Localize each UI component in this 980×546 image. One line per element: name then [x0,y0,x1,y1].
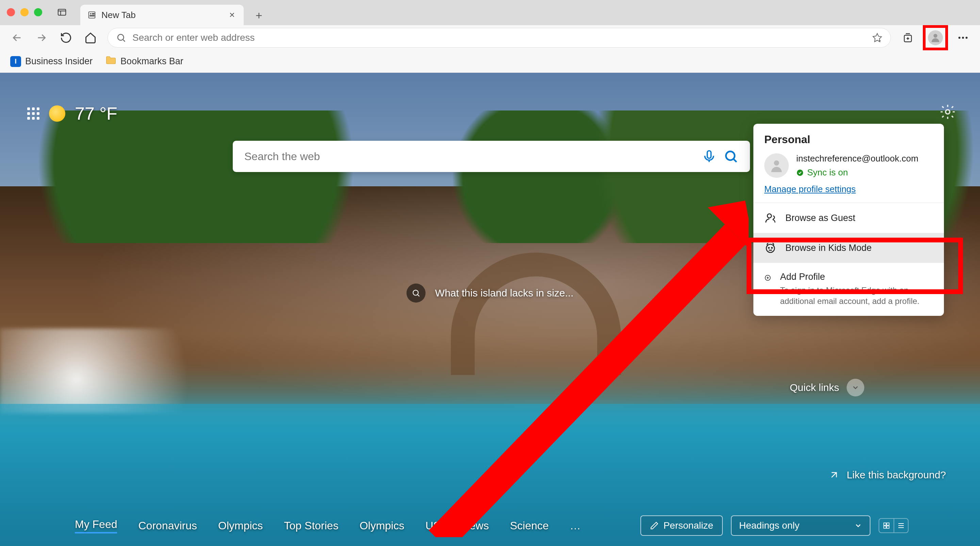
browser-tab[interactable]: New Tab × [80,5,243,25]
feed-tab-more[interactable]: … [570,519,581,532]
svg-point-24 [772,248,772,248]
feed-tab-news[interactable]: News [462,519,489,532]
svg-rect-16 [887,523,889,525]
tab-title: New Tab [102,10,223,21]
chevron-down-icon [846,379,864,397]
kids-icon [764,242,776,254]
svg-rect-1 [89,12,95,18]
svg-rect-3 [92,13,94,14]
window-minimize-button[interactable] [21,8,29,16]
feed-tab-olympics2[interactable]: Olympics [360,519,404,532]
reload-button[interactable] [59,30,73,45]
svg-point-14 [413,290,418,295]
popover-profile-row: instechreference@outlook.com Sync is on [753,150,944,178]
like-background-text: Like this background? [846,469,946,481]
browse-as-guest-item[interactable]: Browse as Guest [753,203,944,233]
web-search-input[interactable] [244,150,695,163]
like-background-prompt[interactable]: Like this background? [828,469,946,481]
svg-point-11 [946,110,950,114]
layout-view-toggle[interactable] [878,518,908,533]
menu-item-label: Add Profile [780,271,933,282]
forward-button[interactable] [34,30,49,45]
svg-point-7 [933,34,937,38]
lens-icon [407,284,426,303]
svg-point-5 [118,34,124,40]
feed-tabs: My Feed Coronavirus Olympics Top Stories… [0,505,980,546]
menu-item-label: Browse as Guest [785,213,856,223]
svg-point-9 [962,37,964,39]
url-input[interactable] [132,32,866,43]
image-caption[interactable]: What this island lacks in size... [407,284,574,303]
feed-tab-science[interactable]: Science [510,519,549,532]
bookmark-label: Business Insider [25,56,92,67]
avatar-icon [764,153,789,178]
pencil-icon [650,521,659,530]
profile-button[interactable] [928,30,943,45]
feed-tab-myfeed[interactable]: My Feed [75,518,117,533]
guest-icon [764,212,776,224]
feed-tab-coronavirus[interactable]: Coronavirus [138,519,197,532]
window-titlebar: New Tab × + [0,0,980,25]
svg-point-22 [766,244,775,252]
app-launcher-icon[interactable] [27,108,40,120]
list-view-icon[interactable] [894,518,908,533]
quick-links-toggle[interactable]: Quick links [790,379,864,397]
sync-status: Sync is on [796,167,918,178]
svg-point-8 [959,37,961,39]
chevron-down-icon [854,522,862,530]
tab-overview-button[interactable] [56,6,68,18]
back-button[interactable] [10,30,24,45]
svg-rect-17 [884,526,886,529]
manage-profile-link[interactable]: Manage profile settings [753,178,944,203]
search-icon [116,33,126,43]
svg-rect-18 [887,526,889,529]
more-menu-button[interactable] [956,30,970,45]
web-search-box[interactable] [233,141,750,172]
add-profile-item[interactable]: Add Profile To sign in to Microsoft Edge… [753,263,944,316]
search-submit-icon[interactable] [724,149,738,164]
voice-search-icon[interactable] [702,149,717,164]
weather-widget[interactable]: 77 °F [27,103,118,124]
window-close-button[interactable] [7,8,15,16]
profile-email: instechreference@outlook.com [796,153,918,164]
window-maximize-button[interactable] [34,8,42,16]
bookmark-favicon-icon: I [10,56,21,67]
caption-text: What this island lacks in size... [435,287,574,299]
browse-kids-mode-item[interactable]: Browse in Kids Mode [753,233,944,263]
home-button[interactable] [83,30,98,45]
profile-popover: Personal instechreference@outlook.com Sy… [753,124,944,316]
new-tab-button[interactable]: + [251,8,267,23]
profile-button-highlight [923,25,948,50]
favorite-star-icon[interactable] [872,33,882,43]
page-settings-button[interactable] [939,103,956,121]
new-tab-content: 77 °F What this island lacks in size... … [0,73,980,546]
add-icon [764,271,771,284]
grid-view-icon[interactable] [878,518,894,533]
bookmark-folder[interactable]: Bookmarks Bar [105,56,183,67]
folder-icon [105,56,116,67]
layout-dropdown[interactable]: Headings only [731,516,870,536]
menu-item-label: Browse in Kids Mode [785,243,872,253]
feed-tab-us[interactable]: US [425,519,440,532]
popover-title: Personal [753,124,944,150]
checkmark-icon [796,169,804,176]
svg-rect-4 [90,15,94,16]
dropdown-value: Headings only [739,520,799,531]
svg-rect-15 [884,523,886,525]
quick-links-label: Quick links [790,382,839,394]
bookmark-label: Bookmarks Bar [121,56,183,67]
personalize-button[interactable]: Personalize [640,516,723,536]
address-bar[interactable] [108,28,891,48]
expand-icon [828,469,840,481]
svg-rect-0 [58,9,66,15]
tab-favicon-icon [87,10,97,20]
bookmark-business-insider[interactable]: I Business Insider [10,56,92,67]
browser-toolbar [0,25,980,50]
feed-tab-olympics[interactable]: Olympics [218,519,263,532]
collections-button[interactable] [900,30,915,45]
tab-close-button[interactable]: × [227,10,237,20]
weather-sun-icon [49,105,65,122]
svg-point-23 [768,248,769,248]
feed-tab-topstories[interactable]: Top Stories [284,519,339,532]
weather-temperature: 77 °F [75,103,118,124]
